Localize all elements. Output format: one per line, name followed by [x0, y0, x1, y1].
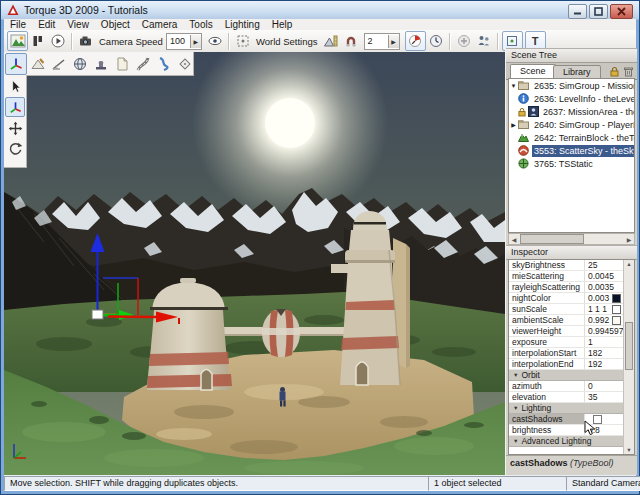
play-button[interactable]	[48, 31, 68, 51]
inspector-row[interactable]: ambientScale 0.992	[509, 315, 623, 326]
lock-icon[interactable]	[609, 66, 620, 77]
camera-speed-spinner[interactable]: 100 ▶	[166, 33, 202, 50]
info-icon	[518, 93, 529, 104]
scene-editor-button[interactable]	[7, 31, 28, 51]
scroll-right-icon[interactable]: ▶	[624, 236, 634, 243]
maximize-button[interactable]	[589, 4, 608, 19]
frame-selection-button[interactable]	[233, 31, 253, 51]
status-selection: 1 object selected	[428, 476, 571, 491]
inspector-row-castshadows[interactable]: castShadows	[509, 414, 623, 425]
sun-gauge-button[interactable]	[405, 31, 426, 51]
select-tool[interactable]	[6, 77, 24, 95]
players-button[interactable]	[474, 31, 494, 51]
mouse-cursor-icon	[584, 420, 597, 437]
inspector-row[interactable]: nightColor 0.003	[509, 293, 623, 304]
scroll-down-icon[interactable]: ▼	[624, 447, 634, 453]
inspector-row[interactable]: interpolationEnd 192	[509, 359, 623, 370]
inspector-row[interactable]: sunScale 1 1 1	[509, 304, 623, 315]
person-icon	[528, 106, 539, 117]
gizmo-origin-handle[interactable]	[92, 310, 103, 319]
visibility-button[interactable]	[205, 31, 225, 51]
color-swatch[interactable]	[612, 305, 621, 314]
pan-tool[interactable]	[6, 119, 24, 137]
add-icon	[456, 33, 472, 49]
rotate-tool[interactable]	[6, 139, 24, 157]
3d-viewport[interactable]	[4, 52, 505, 475]
object-editor-tool[interactable]	[5, 53, 27, 75]
menu-tools[interactable]: Tools	[183, 19, 218, 30]
terrain-editor-tool[interactable]	[28, 54, 48, 74]
mesh-diamond-icon	[177, 56, 193, 72]
layout-button[interactable]	[28, 31, 48, 51]
menu-edit[interactable]: Edit	[32, 19, 61, 30]
cursor-icon	[8, 79, 23, 94]
trash-icon[interactable]	[623, 66, 634, 77]
move-tool[interactable]	[5, 97, 25, 117]
scroll-thumb[interactable]	[625, 322, 633, 370]
close-button[interactable]	[610, 4, 633, 19]
menu-lighting[interactable]: Lighting	[219, 19, 266, 30]
stamp-tool[interactable]	[91, 54, 111, 74]
magnet-icon	[343, 33, 359, 49]
color-swatch[interactable]	[612, 294, 621, 303]
river-tool[interactable]	[154, 54, 174, 74]
menu-file[interactable]: File	[4, 19, 32, 30]
snap-size-dropdown-icon[interactable]: ▶	[388, 35, 399, 48]
inspector-row[interactable]: exposure 1	[509, 337, 623, 348]
collapse-arrow-icon[interactable]: ▶	[509, 121, 518, 128]
inspector-row[interactable]: rayleighScattering 0.0035	[509, 282, 623, 293]
menu-camera[interactable]: Camera	[136, 19, 184, 30]
maximize-icon	[594, 7, 603, 16]
menu-object[interactable]: Object	[95, 19, 136, 30]
mesh-road-tool[interactable]	[175, 54, 195, 74]
inspector-row[interactable]: azimuth 0	[509, 381, 623, 392]
time-button[interactable]	[426, 31, 446, 51]
camera-speed-label: Camera Speed	[99, 36, 163, 47]
rotate-icon	[8, 141, 23, 156]
inspector-vertical-scrollbar[interactable]: ▲ ▼	[623, 260, 634, 454]
inspector-row[interactable]: skyBrightness 25	[509, 260, 623, 271]
inspector-row[interactable]: interpolationStart 182	[509, 348, 623, 359]
terrain-painter-tool[interactable]	[70, 54, 90, 74]
snap-toggle-button[interactable]	[341, 31, 361, 51]
menubar: File Edit View Object Camera Tools Light…	[4, 19, 636, 30]
tree-horizontal-scrollbar[interactable]: ◀ ▶	[508, 233, 635, 245]
tree-item-levelinfo[interactable]: 2636: LevelInfo - theLevelInfo	[509, 92, 634, 105]
terrain-snap-button[interactable]	[321, 31, 341, 51]
inspector-row[interactable]: mieScattering 0.0045	[509, 271, 623, 282]
add-object-button[interactable]	[454, 31, 474, 51]
color-swatch[interactable]	[612, 316, 621, 325]
tree-item-terrainblock[interactable]: 2642: TerrainBlock - theTerrain	[509, 131, 634, 144]
titlebar[interactable]: Torque 3D 2009 - Tutorials	[1, 1, 639, 20]
terrain-slope-tool[interactable]	[49, 54, 69, 74]
menu-help[interactable]: Help	[266, 19, 299, 30]
tree-item-scattersky[interactable]: 3553: ScatterSky - theSky	[509, 144, 634, 157]
road-tool[interactable]	[133, 54, 153, 74]
expand-arrow-icon[interactable]: ▼	[509, 83, 518, 89]
camera-speed-dropdown-icon[interactable]: ▶	[190, 35, 201, 48]
group-collapse-icon[interactable]: ▼	[513, 438, 518, 444]
scroll-left-icon[interactable]: ◀	[509, 236, 519, 243]
decal-tool[interactable]	[112, 54, 132, 74]
tree-item-missionarea[interactable]: 2637: MissionArea - theMis	[509, 105, 634, 118]
inspector-group-lighting[interactable]: ▼ Lighting	[509, 403, 623, 414]
group-collapse-icon[interactable]: ▼	[513, 405, 518, 411]
slope-icon	[51, 56, 67, 72]
group-collapse-icon[interactable]: ▼	[513, 372, 518, 378]
inspector-group-orbit[interactable]: ▼ Orbit	[509, 370, 623, 381]
menu-view[interactable]: View	[61, 19, 95, 30]
tree-item-playerdrop[interactable]: ▶ 2640: SimGroup - PlayerDropP	[509, 118, 634, 131]
shape-icon	[518, 158, 529, 169]
snap-size-spinner[interactable]: 2 ▶	[364, 33, 400, 50]
inspector-group-advanced-lighting[interactable]: ▼ Advanced Lighting	[509, 436, 623, 447]
tree-item-tsstatic[interactable]: 3765: TSStatic	[509, 157, 634, 170]
scroll-up-icon[interactable]: ▲	[624, 261, 634, 267]
camera-menu-button[interactable]	[76, 31, 96, 51]
scroll-thumb[interactable]	[520, 234, 584, 244]
tree-item-missiongroup[interactable]: ▼ 2635: SimGroup - MissionGroup	[509, 79, 634, 92]
inspector-row[interactable]: elevation 35	[509, 392, 623, 403]
panes-icon	[30, 33, 46, 49]
inspector-row[interactable]: brightness 0.8	[509, 425, 623, 436]
minimize-button[interactable]	[568, 4, 587, 19]
inspector-row[interactable]: viewerHeight 0.994597	[509, 326, 623, 337]
